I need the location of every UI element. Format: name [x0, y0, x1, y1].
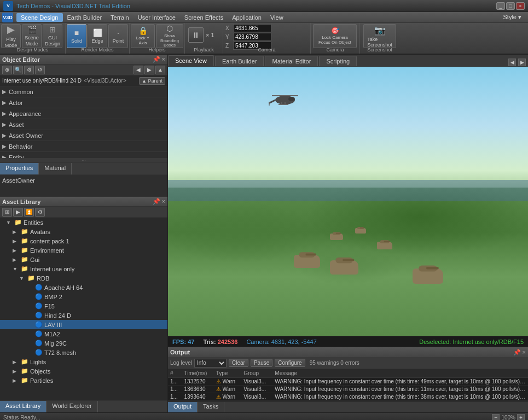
- expand-content-pack[interactable]: ▶: [13, 238, 19, 244]
- prop-entity[interactable]: ▶Entity: [0, 152, 167, 158]
- tree-item-gui[interactable]: ▶ 📁 Gui: [0, 255, 167, 264]
- asset-lib-btn2[interactable]: ▶: [13, 208, 23, 217]
- tab-tasks[interactable]: Tasks: [198, 402, 224, 412]
- oe-btn-2[interactable]: 🔍: [13, 66, 23, 74]
- tab-properties[interactable]: Properties: [0, 163, 39, 174]
- clear-button[interactable]: Clear: [229, 359, 248, 367]
- solid-mode-button[interactable]: ■ Solid: [67, 24, 86, 48]
- style-button[interactable]: Style ▾: [498, 13, 526, 22]
- pause-button[interactable]: Pause: [251, 359, 272, 367]
- menu-scene-design[interactable]: Scene Design: [16, 13, 63, 22]
- tree-item-particles[interactable]: ▶ 📁 Particles: [0, 376, 167, 385]
- tree-item-hind24d[interactable]: 🔵 Hind 24 D: [0, 311, 167, 320]
- tab-asset-library[interactable]: Asset Library: [0, 401, 47, 412]
- tree-item-avatars[interactable]: ▶ 📁 Avatars: [0, 227, 167, 236]
- asset-library-close[interactable]: ×: [162, 198, 165, 205]
- point-mode-button[interactable]: · Point: [108, 24, 128, 48]
- menu-earth-builder[interactable]: Earth Builder: [63, 13, 107, 22]
- menu-terrain[interactable]: Terrain: [106, 13, 134, 22]
- tree-item-t72[interactable]: 🔵 T72 8.mesh: [0, 348, 167, 357]
- expand-rdb[interactable]: ▼: [19, 276, 26, 281]
- y-coord-input[interactable]: [233, 33, 271, 41]
- output-pin[interactable]: 📌: [513, 349, 521, 356]
- tree-item-content-pack[interactable]: ▶ 📁 content pack 1: [0, 236, 167, 246]
- tree-item-lav3[interactable]: 🔵 LAV III: [0, 320, 167, 329]
- expand-entities[interactable]: ▼: [6, 220, 13, 225]
- scene-next-btn[interactable]: ▶: [518, 59, 526, 66]
- tree-item-environment[interactable]: ▶ 📁 Environment: [0, 246, 167, 255]
- scene-prev-btn[interactable]: ◀: [508, 59, 516, 66]
- tree-item-f15[interactable]: 🔵 F15: [0, 301, 167, 311]
- play-mode-button[interactable]: ▶ Play Mode: [1, 24, 21, 48]
- tab-scene-view[interactable]: Scene View: [168, 55, 214, 66]
- prop-appearance[interactable]: ▶Appearance: [0, 108, 167, 119]
- parent-button[interactable]: ▲ Parent: [139, 77, 165, 85]
- configure-button[interactable]: Configure: [275, 359, 305, 367]
- output-close[interactable]: ×: [523, 349, 526, 356]
- expand-avatars[interactable]: ▶: [13, 229, 19, 235]
- asset-library-pin[interactable]: 📌: [153, 198, 160, 205]
- edge-mode-button[interactable]: ⬜ Edge: [88, 24, 107, 48]
- asset-lib-btn4[interactable]: ⚙: [35, 208, 45, 217]
- table-row[interactable]: 1... 1363630 ⚠ Warn Visual3... WARNING: …: [168, 386, 528, 393]
- zoom-out-button[interactable]: −: [492, 414, 500, 421]
- lock-y-button[interactable]: 🔒 Lock YAxis: [131, 24, 155, 48]
- prop-behavior[interactable]: ▶Behavior: [0, 141, 167, 152]
- bounding-boxes-button[interactable]: ⬡ Show BoundingBoxes: [156, 24, 183, 48]
- scene-mode-button[interactable]: 🎬 SceneMode: [22, 24, 42, 48]
- menu-application[interactable]: Application: [228, 13, 266, 22]
- prop-actor[interactable]: ▶Actor: [0, 97, 167, 108]
- tab-material-editor[interactable]: Material Editor: [265, 56, 318, 66]
- prop-asset-owner[interactable]: ▶Asset Owner: [0, 130, 167, 141]
- tree-item-lights[interactable]: ▶ 📁 Lights: [0, 357, 167, 366]
- oe-forward-btn[interactable]: ▶: [144, 66, 154, 74]
- tab-world-explorer[interactable]: World Explorer: [47, 401, 98, 412]
- tree-item-objects[interactable]: ▶ 📁 Objects: [0, 366, 167, 376]
- oe-btn-1[interactable]: ⊕: [2, 66, 12, 74]
- expand-objects[interactable]: ▶: [13, 369, 19, 374]
- object-editor-close[interactable]: ×: [162, 56, 165, 63]
- tab-earth-builder[interactable]: Earth Builder: [215, 56, 264, 66]
- asset-lib-btn3[interactable]: ⏫: [24, 208, 34, 217]
- prop-asset[interactable]: ▶Asset: [0, 119, 167, 130]
- tab-scripting[interactable]: Scripting: [319, 56, 357, 66]
- tree-item-entities[interactable]: ▼ 📁 Entities: [0, 218, 167, 227]
- maximize-button[interactable]: □: [506, 2, 515, 10]
- oe-btn-4[interactable]: ↺: [35, 66, 45, 74]
- tree-item-internet-use[interactable]: ▼ 📁 Internet use only: [0, 264, 167, 273]
- tree-item-apache[interactable]: 🔵 Apache AH 64: [0, 283, 167, 292]
- table-row[interactable]: 1... 1393640 ⚠ Warn Visual3... WARNING: …: [168, 393, 528, 401]
- lock-camera-button[interactable]: 🎯 Lock CameraFocus On Object: [313, 24, 357, 48]
- expand-environment[interactable]: ▶: [13, 248, 19, 253]
- expand-particles[interactable]: ▶: [13, 378, 19, 383]
- table-row[interactable]: 1... 1332520 ⚠ Warn Visual3... WARNING: …: [168, 378, 528, 386]
- prop-common[interactable]: ▶Common: [0, 86, 167, 97]
- menu-user-interface[interactable]: User Interface: [134, 13, 180, 22]
- take-screenshot-button[interactable]: 📷 TakeScreenshot: [363, 24, 396, 48]
- log-level-select[interactable]: Info Debug Warning Error: [194, 359, 227, 368]
- oe-back-btn[interactable]: ◀: [134, 66, 143, 74]
- oe-up-btn[interactable]: ▲: [155, 66, 165, 74]
- tree-item-bmp2[interactable]: 🔵 BMP 2: [0, 292, 167, 301]
- expand-lights[interactable]: ▶: [13, 359, 19, 365]
- obj-splitter[interactable]: ⋯: [0, 158, 167, 162]
- minimize-button[interactable]: _: [496, 2, 505, 10]
- tree-item-mig29c[interactable]: 🔵 Mig 29C: [0, 339, 167, 348]
- object-editor-pin[interactable]: 📌: [153, 56, 160, 63]
- asset-lib-btn1[interactable]: ⊞: [2, 208, 12, 217]
- oe-btn-3[interactable]: ⚙: [24, 66, 34, 74]
- tree-item-rdb[interactable]: ▼ 📁 RDB: [0, 273, 167, 283]
- expand-gui[interactable]: ▶: [13, 257, 19, 262]
- tab-output[interactable]: Output: [168, 402, 198, 412]
- tab-material[interactable]: Material: [39, 163, 72, 174]
- pause-button[interactable]: ⏸: [188, 27, 204, 43]
- tree-item-m1a2[interactable]: 🔵 M1A2: [0, 329, 167, 339]
- zoom-in-button[interactable]: +: [517, 414, 525, 421]
- menu-view[interactable]: View: [266, 13, 288, 22]
- gui-design-button[interactable]: ⊞ GUIDesign: [43, 24, 62, 48]
- expand-internet-use[interactable]: ▼: [13, 266, 19, 272]
- menu-screen-effects[interactable]: Screen Effects: [180, 13, 228, 22]
- x-coord-input[interactable]: [233, 24, 271, 32]
- viewport[interactable]: [168, 67, 528, 336]
- close-button[interactable]: ×: [516, 2, 525, 10]
